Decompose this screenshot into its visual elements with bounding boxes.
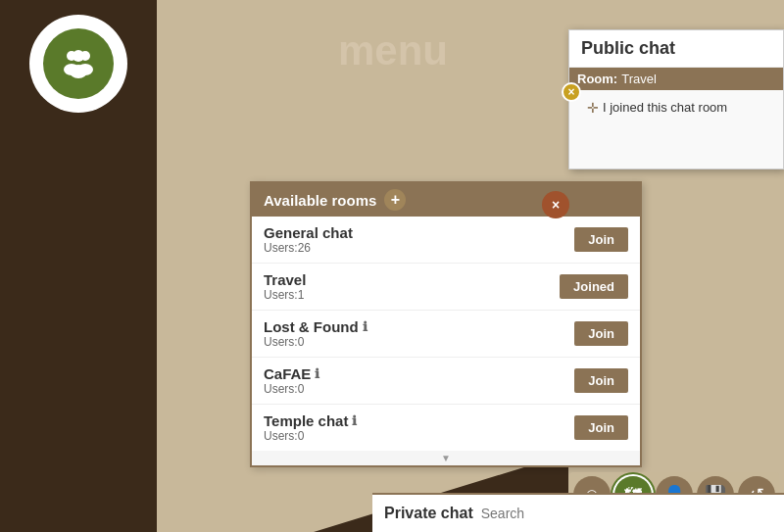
room-item-name: General chat [264,224,574,241]
rooms-header-title: Available rooms + [264,189,406,211]
room-join-button[interactable]: Join [574,227,628,252]
scroll-indicator: ▼ [252,451,640,465]
room-join-button[interactable]: Joined [560,274,628,299]
room-join-button[interactable]: Join [574,368,628,393]
room-item-users: Users:26 [264,241,574,255]
room-list-item: Temple chat ℹ Users:0 Join [252,405,640,451]
room-list-item: Travel Users:1 Joined [252,264,640,311]
chat-message-text: I joined this chat room [603,100,727,115]
room-list-item: General chat Users:26 Join [252,217,640,264]
room-list-item: Lost & Found ℹ Users:0 Join [252,311,640,358]
private-chat-search[interactable] [481,506,772,521]
room-join-button[interactable]: Join [574,321,628,346]
info-icon: ℹ [352,413,357,428]
room-label: Room: [577,72,617,86]
svg-point-4 [70,65,87,78]
rooms-panel: Available rooms + General chat Users:26 … [250,181,642,467]
room-item-name: Travel [264,271,560,288]
info-icon: ℹ [363,319,368,334]
add-room-button[interactable]: + [384,189,406,211]
chat-close-button[interactable]: × [562,82,581,102]
private-chat-bar: Private chat [372,493,784,532]
rooms-list: General chat Users:26 Join Travel Users:… [252,217,640,451]
info-icon: ℹ [315,366,319,381]
private-chat-label: Private chat [384,505,473,522]
logo-inner [43,28,114,99]
room-item-users: Users:0 [264,429,574,443]
room-info: Lost & Found ℹ Users:0 [264,318,574,349]
logo-circle [29,15,127,113]
chat-msg-icon: ✛ [587,100,599,116]
room-item-name: Lost & Found ℹ [264,318,574,335]
group-chat-icon [57,42,100,85]
rooms-header: Available rooms + [252,183,640,217]
room-item-users: Users:0 [264,335,574,349]
chat-message: ✛ I joined this chat room [577,100,775,116]
chat-body: × ✛ I joined this chat room [569,90,783,169]
public-chat-title: Public chat [569,30,783,68]
room-info: Temple chat ℹ Users:0 [264,412,574,443]
room-info: Travel Users:1 [264,271,560,302]
room-bar: Room: Travel [569,68,783,90]
room-info: CaFAE ℹ Users:0 [264,365,574,396]
rooms-header-label: Available rooms [264,192,376,209]
svg-point-5 [73,50,84,62]
room-item-users: Users:1 [264,288,560,302]
room-list-item: CaFAE ℹ Users:0 Join [252,358,640,405]
public-chat-panel: Public chat Room: Travel × ✛ I joined th… [568,29,784,169]
dismiss-button[interactable]: × [542,191,569,218]
room-join-button[interactable]: Join [574,415,628,440]
room-item-name: Temple chat ℹ [264,412,574,429]
sidebar [0,0,157,532]
room-item-users: Users:0 [264,382,574,396]
room-item-name: CaFAE ℹ [264,365,574,382]
menu-title: menu [338,27,448,74]
room-info: General chat Users:26 [264,224,574,255]
room-name: Travel [621,72,657,86]
